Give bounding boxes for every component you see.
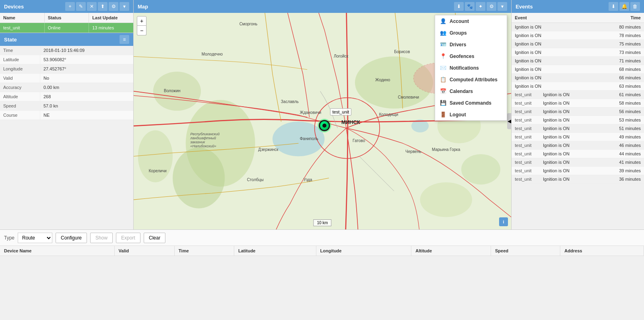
menu-logout[interactable]: 🚪 Logout [435, 109, 507, 120]
map-star-button[interactable]: ✦ [476, 2, 485, 11]
state-row: Accuracy0.00 km [0, 83, 133, 92]
map-panel: Map ⬇ 🐾 ✦ ⚙ ▾ 👤 Account 👥 [134, 0, 511, 229]
drivers-icon: 🪪 [440, 41, 446, 47]
event-time: 51 minutes [609, 126, 641, 131]
map-settings-dropdown-button[interactable]: ▾ [497, 2, 507, 11]
event-device: test_unit [515, 151, 543, 156]
event-row[interactable]: Ignition is ON80 minutes [512, 23, 644, 31]
events-panel-header: Events ⬇ 🔔 🗑 [512, 0, 644, 13]
event-row[interactable]: Ignition is ON66 minutes [512, 74, 644, 82]
event-time: 44 minutes [609, 151, 641, 156]
map-info-button[interactable]: i [499, 217, 508, 226]
menu-saved-commands[interactable]: 💾 Saved Commands [435, 97, 507, 109]
event-type: Ignition is ON [543, 134, 609, 139]
col-valid: Valid [114, 246, 174, 256]
event-row[interactable]: test_unitIgnition is ON36 minutes [512, 175, 644, 184]
event-row[interactable]: test_unitIgnition is ON53 minutes [512, 116, 644, 124]
event-row[interactable]: test_unitIgnition is ON44 minutes [512, 150, 644, 158]
menu-geofences[interactable]: 📍 Geofences [435, 50, 507, 62]
event-time: 71 minutes [609, 58, 641, 63]
state-row: Longitude27.452767° [0, 64, 133, 74]
col-time: Time [608, 13, 644, 23]
event-row[interactable]: test_unitIgnition is ON39 minutes [512, 167, 644, 175]
map-download-button[interactable]: ⬇ [454, 2, 464, 11]
event-row[interactable]: test_unitIgnition is ON41 minutes [512, 158, 644, 167]
notifications-icon: ✉️ [440, 65, 446, 71]
event-row[interactable]: test_unitIgnition is ON56 minutes [512, 107, 644, 116]
event-row[interactable]: Ignition is ON68 minutes [512, 65, 644, 74]
menu-notifications[interactable]: ✉️ Notifications [435, 62, 507, 74]
events-table-header: Event Time [512, 13, 644, 23]
event-row[interactable]: Ignition is ON71 minutes [512, 57, 644, 65]
data-table-container: Device Name Valid Time Latitude Longitud… [0, 246, 644, 256]
col-longitude: Longitude [316, 246, 411, 256]
state-val: 2018-01-10 15:46:09 [40, 46, 133, 55]
menu-calendars[interactable]: 📅 Calendars [435, 85, 507, 97]
clear-button[interactable]: Clear [144, 233, 166, 243]
event-time: 66 minutes [609, 75, 641, 80]
menu-computed-attributes[interactable]: 📋 Computed Attributes [435, 74, 507, 85]
event-time: 56 minutes [609, 109, 641, 114]
show-button[interactable]: Show [90, 233, 113, 243]
add-device-button[interactable]: + [65, 2, 75, 11]
device-marker[interactable] [319, 120, 330, 131]
state-attr: Longitude [0, 64, 40, 73]
event-row[interactable]: test_unitIgnition is ON61 minutes [512, 91, 644, 99]
event-row[interactable]: Ignition is ON73 minutes [512, 48, 644, 57]
type-select[interactable]: Route Events Trips Stops Summary [18, 233, 52, 243]
event-row[interactable]: Ignition is ON63 minutes [512, 82, 644, 91]
event-row[interactable]: Ignition is ON75 minutes [512, 40, 644, 48]
menu-drivers[interactable]: 🪪 Drivers [435, 39, 507, 50]
devices-table-header: Name Status Last Update [0, 13, 133, 23]
configure-button[interactable]: Configure [56, 233, 87, 243]
map-settings-button[interactable]: ⚙ [487, 2, 496, 11]
event-row[interactable]: test_unitIgnition is ON46 minutes [512, 141, 644, 150]
event-row[interactable]: Ignition is ON78 minutes [512, 31, 644, 40]
event-type: Ignition is ON [515, 33, 609, 38]
events-download-button[interactable]: ⬇ [609, 2, 618, 11]
map-paw-button[interactable]: 🐾 [465, 2, 475, 11]
state-row: Time2018-01-10 15:46:09 [0, 46, 133, 55]
event-device: test_unit [515, 101, 543, 105]
state-val: 57.0 kn [40, 101, 133, 110]
event-row[interactable]: test_unitIgnition is ON51 minutes [512, 124, 644, 133]
event-device: test_unit [515, 126, 543, 131]
device-name: test_unit [0, 23, 45, 33]
settings-device-button[interactable]: ⚙ [109, 2, 118, 11]
menu-account-label: Account [450, 19, 469, 24]
export-button[interactable]: Export [116, 233, 140, 243]
settings-dropdown-menu: 👤 Account 👥 Groups 🪪 Drivers 📍 [435, 15, 507, 121]
event-type: Ignition is ON [515, 67, 609, 72]
state-attr: Altitude [0, 92, 40, 101]
event-row[interactable]: test_unitIgnition is ON58 minutes [512, 99, 644, 107]
events-bell-button[interactable]: 🔔 [619, 2, 629, 11]
remove-device-button[interactable]: ✕ [87, 2, 97, 11]
event-type: Ignition is ON [543, 143, 609, 148]
svg-point-8 [420, 182, 472, 217]
edit-device-button[interactable]: ✎ [76, 2, 86, 11]
event-type: Ignition is ON [543, 101, 609, 105]
event-type: Ignition is ON [515, 50, 609, 55]
col-status: Status [45, 13, 89, 23]
more-device-button[interactable]: ▾ [120, 2, 129, 11]
device-row[interactable]: test_unit Online 13 minutes [0, 23, 133, 33]
events-delete-button[interactable]: 🗑 [630, 2, 640, 11]
col-event: Event [512, 13, 608, 23]
col-device-name: Device Name [0, 246, 114, 256]
zoom-in-button[interactable]: + [137, 16, 147, 26]
event-row[interactable]: test_unitIgnition is ON49 minutes [512, 133, 644, 141]
event-time: 61 minutes [609, 92, 641, 97]
collapse-map-button[interactable]: ◀ [507, 113, 511, 129]
menu-calendars-label: Calendars [450, 89, 473, 94]
menu-groups[interactable]: 👥 Groups [435, 27, 507, 39]
state-row: Speed57.0 kn [0, 101, 133, 111]
import-device-button[interactable]: ⬆ [98, 2, 107, 11]
event-type: Ignition is ON [543, 118, 609, 122]
event-device: test_unit [515, 168, 543, 173]
state-menu-button[interactable]: ≡ [120, 35, 129, 44]
col-last-update: Last Update [89, 13, 133, 23]
zoom-out-button[interactable]: − [137, 26, 147, 35]
menu-account[interactable]: 👤 Account [435, 15, 507, 27]
event-time: 36 minutes [609, 177, 641, 182]
marker-label: test_unit [330, 108, 352, 116]
